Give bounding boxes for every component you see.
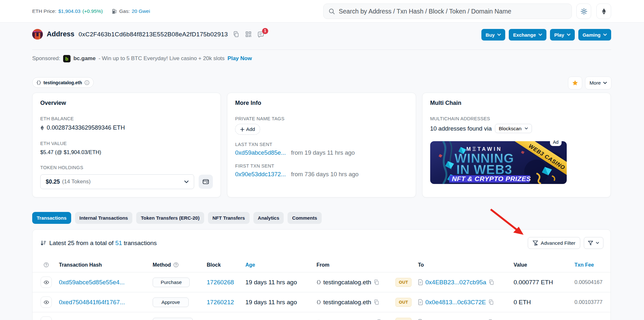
metawin-ad-banner[interactable]: WEB3 CASINO MΞTAWIN WINNING IN WEB3 NFT … [430, 141, 567, 184]
copy-icon-button[interactable] [488, 299, 494, 305]
tab-analytics[interactable]: Analytics [253, 212, 284, 224]
wallet-button[interactable] [199, 175, 213, 189]
chevron-down-icon [525, 127, 528, 130]
qr-code-icon[interactable] [245, 31, 252, 38]
tab-transactions[interactable]: Transactions [32, 212, 71, 224]
advanced-filter-label: Advanced Filter [541, 240, 575, 246]
to-address-label: 0x0e4813...0c63C72E [425, 299, 486, 306]
direction-badge: OUT [395, 298, 412, 307]
txn-fee-value: 0.00504167 [574, 279, 607, 285]
search-input[interactable]: Search by Address / Txn Hash / Block / T… [339, 8, 511, 15]
private-name-tags-label: PRIVATE NAME TAGS [235, 116, 408, 121]
filter-dropdown-button[interactable] [584, 237, 603, 249]
sponsored-text: - Win up to 5 BTC Everyday! Live casino … [99, 55, 225, 62]
network-stats: ETH Price: $1,904.03 (+0.95%) Gas: 20 Gw… [32, 0, 150, 23]
ens-icon [317, 300, 321, 305]
header-action-buttons: Buy Exchange Play Gaming [481, 29, 611, 41]
eth-price-change: (+0.95%) [82, 8, 103, 14]
add-private-tag-button[interactable]: Add [235, 124, 260, 135]
address-header: Address 0xC2F463b1Cd6b84f8213E552B08eA2f… [32, 29, 264, 40]
method-label: Purchase [161, 279, 182, 285]
col-age[interactable]: Age [245, 262, 317, 268]
copy-icon [488, 279, 495, 285]
buy-button[interactable]: Buy [481, 29, 505, 41]
provider-label: Blockscan [499, 126, 522, 132]
method-badge[interactable]: Purchase [153, 278, 190, 287]
method-label: Approve [161, 299, 180, 305]
comment-count-badge: 1 [262, 28, 268, 34]
ens-icon [36, 80, 41, 85]
eye-column-help-icon[interactable] [41, 262, 52, 268]
last-txn-when: from 19 days 11 hrs ago [291, 149, 355, 156]
copy-icon-button[interactable] [374, 299, 380, 305]
eye-icon [43, 279, 49, 285]
exchange-button[interactable]: Exchange [509, 29, 546, 41]
eth-price-link[interactable]: $1,904.03 [58, 8, 80, 14]
method-badge[interactable]: Approve [153, 297, 189, 307]
theme-toggle-button[interactable] [576, 4, 591, 19]
txn-hash-link[interactable]: 0xd59abce5d85e55e4... [59, 279, 125, 286]
block-label: 17260212 [207, 299, 234, 306]
from-address-link[interactable]: testingcatalog.eth [323, 299, 371, 306]
first-txn-hash-link[interactable]: 0x90e53ddc1372... [235, 171, 286, 178]
favorite-button[interactable] [568, 77, 582, 89]
col-txn-fee[interactable]: Txn Fee [574, 262, 607, 268]
tab-comments[interactable]: Comments [288, 212, 322, 224]
from-address-link[interactable] [323, 319, 374, 320]
name-tag-pill[interactable]: testingcatalog.eth [32, 77, 94, 88]
to-address-link[interactable] [425, 319, 486, 320]
last-txn-hash-link[interactable]: 0xd59abce5d85e... [235, 149, 286, 156]
block-label: 17260268 [207, 279, 234, 286]
info-icon [84, 80, 90, 85]
more-button[interactable]: More [585, 77, 611, 89]
eth-value: $5.47 (@ $1,904.03/ETH) [40, 149, 213, 155]
txn-hash-label: 0xed7504841f64f1767... [59, 299, 125, 306]
chevron-down-icon [603, 33, 607, 36]
to-address-link[interactable]: 0x4EBB23...027cb95a [425, 279, 486, 286]
sponsored-banner: Sponsored: b bc.game - Win up to 5 BTC E… [32, 54, 252, 63]
txn-preview-button[interactable] [41, 277, 52, 288]
token-holdings-select[interactable]: $0.25 (14 Tokens) [40, 174, 194, 189]
ad-headline2: IN WEB3 [456, 162, 512, 177]
copy-address-icon[interactable] [233, 31, 240, 38]
age-value: 19 days 11 hrs ago [245, 279, 317, 286]
annotation-arrow [477, 203, 541, 241]
block-link[interactable]: 17260212 [207, 299, 234, 306]
from-name-label: testingcatalog.eth [323, 279, 371, 286]
to-address-link[interactable]: 0x0e4813...0c63C72E [425, 299, 486, 306]
comments-button[interactable]: 1 [257, 31, 264, 38]
gaming-button[interactable]: Gaming [578, 29, 611, 41]
first-txn-when: from 736 days 10 hrs ago [291, 171, 359, 178]
ethereum-icon [601, 8, 607, 14]
tab-internal-transactions[interactable]: Internal Transactions [75, 212, 133, 224]
search-bar[interactable]: Search by Address / Txn Hash / Block / T… [323, 4, 572, 19]
copy-icon-button[interactable] [488, 279, 495, 285]
summary-prefix: Latest 25 from a total of [49, 240, 114, 246]
copy-icon-button[interactable] [374, 279, 380, 285]
method-badge[interactable] [153, 318, 193, 320]
tab-nft-transfers[interactable]: NFT Transfers [208, 212, 250, 224]
from-address-link[interactable]: testingcatalog.eth [323, 279, 371, 286]
gas-value-link[interactable]: 20 Gwei [132, 8, 150, 14]
block-link[interactable]: 17260268 [207, 279, 234, 286]
chevron-down-icon [184, 180, 189, 183]
network-selector-button[interactable] [596, 4, 611, 19]
blockscan-select[interactable]: Blockscan [495, 124, 532, 133]
tab-token-transfers[interactable]: Token Transfers (ERC-20) [136, 212, 204, 224]
ad-container: Ad [430, 141, 567, 184]
total-transactions-link[interactable]: 51 [115, 240, 122, 246]
chevron-down-icon [567, 33, 571, 36]
col-value: Value [514, 262, 574, 268]
txn-hash-link[interactable]: 0xed7504841f64f1767... [59, 299, 125, 306]
contract-file-icon [418, 279, 423, 285]
txn-hash-link[interactable] [59, 319, 123, 320]
gaming-label: Gaming [582, 32, 601, 38]
multichain-addresses-label: MULTICHAIN ADDRESSES [430, 116, 603, 121]
play-button[interactable]: Play [550, 29, 575, 41]
star-icon [572, 80, 578, 86]
play-now-link[interactable]: Play Now [228, 55, 252, 62]
txn-preview-button[interactable] [41, 316, 52, 320]
bcgame-logo: b [63, 55, 71, 62]
txn-preview-button[interactable] [41, 297, 52, 308]
txn-hash-label: 0xd59abce5d85e55e4... [59, 279, 125, 286]
